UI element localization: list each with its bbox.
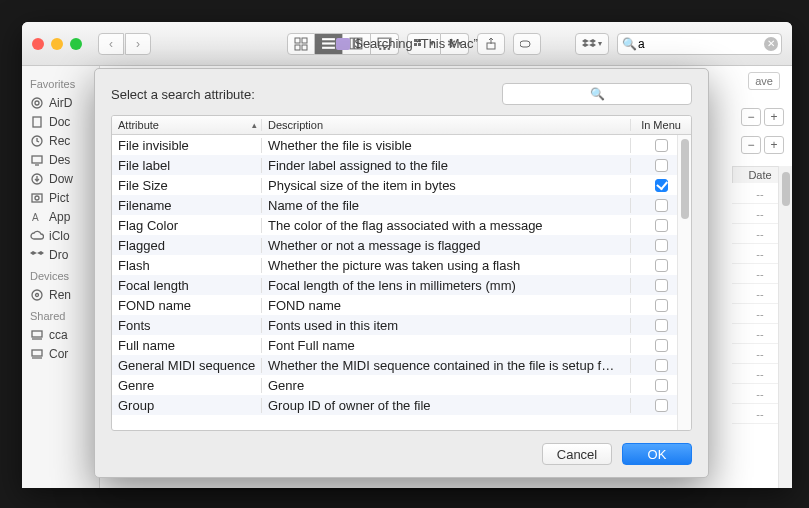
svg-text:A: A [32, 212, 39, 223]
attribute-name: File Size [112, 178, 262, 193]
attribute-row[interactable]: Flag ColorThe color of the flag associat… [112, 215, 691, 235]
sidebar-item-label: cca [49, 328, 68, 342]
forward-button[interactable]: › [125, 33, 151, 55]
attribute-row[interactable]: File invisibleWhether the file is visibl… [112, 135, 691, 155]
attribute-row[interactable]: File labelFinder label assigned to the f… [112, 155, 691, 175]
gear-icon: ✻ [447, 37, 456, 50]
toolbar-search-input[interactable] [617, 33, 782, 55]
scrollbar-thumb[interactable] [782, 172, 790, 206]
icon-view-button[interactable] [287, 33, 315, 55]
in-menu-checkbox[interactable] [655, 179, 668, 192]
attribute-description: Whether the MIDI sequence contained in t… [262, 358, 631, 373]
svg-rect-10 [378, 38, 391, 46]
in-menu-checkbox[interactable] [655, 379, 668, 392]
attribute-row[interactable]: Full nameFont Full name [112, 335, 691, 355]
in-menu-checkbox[interactable] [655, 259, 668, 272]
attribute-description: Whether the picture was taken using a fl… [262, 258, 631, 273]
sidebar-item[interactable]: Dro [30, 245, 99, 264]
in-menu-checkbox[interactable] [655, 139, 668, 152]
clear-search-button[interactable]: ✕ [764, 37, 778, 51]
in-menu-checkbox[interactable] [655, 339, 668, 352]
in-menu-column-header[interactable]: In Menu [631, 119, 691, 131]
attribute-name: File invisible [112, 138, 262, 153]
in-menu-checkbox[interactable] [655, 319, 668, 332]
sidebar-item[interactable]: Pict [30, 188, 99, 207]
recent-icon [30, 134, 44, 148]
row-remove-button[interactable]: − [741, 108, 761, 126]
sidebar-item[interactable]: Des [30, 150, 99, 169]
dropbox-icon [582, 37, 596, 51]
in-menu-checkbox[interactable] [655, 239, 668, 252]
dropbox-button[interactable]: ▾ [575, 33, 609, 55]
in-menu-checkbox[interactable] [655, 279, 668, 292]
sidebar-item[interactable]: Doc [30, 112, 99, 131]
sidebar-item[interactable]: Dow [30, 169, 99, 188]
sidebar-item[interactable]: Rec [30, 131, 99, 150]
share-button[interactable] [477, 33, 505, 55]
sidebar-item[interactable]: Cor [30, 344, 99, 363]
dialog-search: 🔍 [502, 83, 692, 105]
zoom-window-button[interactable] [70, 38, 82, 50]
sidebar-item[interactable]: Ren [30, 285, 99, 304]
ok-button[interactable]: OK [622, 443, 692, 465]
attribute-name: Full name [112, 338, 262, 353]
arrange-group: ▾ ✻▾ [407, 33, 469, 55]
attribute-row[interactable]: GroupGroup ID of owner of the file [112, 395, 691, 415]
main-scrollbar[interactable] [778, 166, 792, 488]
description-column-header[interactable]: Description [262, 119, 631, 131]
sidebar-item[interactable]: AirD [30, 93, 99, 112]
attribute-description: The color of the flag associated with a … [262, 218, 631, 233]
attribute-row[interactable]: FontsFonts used in this item [112, 315, 691, 335]
doc-icon [30, 115, 44, 129]
attribute-scrollbar[interactable] [677, 135, 691, 430]
close-window-button[interactable] [32, 38, 44, 50]
attribute-name: General MIDI sequence [112, 358, 262, 373]
attribute-name: Genre [112, 378, 262, 393]
svg-rect-17 [418, 43, 421, 46]
arrange-button[interactable]: ▾ [407, 33, 441, 55]
attribute-row[interactable]: Focal lengthFocal length of the lens in … [112, 275, 691, 295]
sidebar-item[interactable]: AApp [30, 207, 99, 226]
in-menu-checkbox[interactable] [655, 159, 668, 172]
svg-rect-1 [302, 38, 307, 43]
attribute-row[interactable]: GenreGenre [112, 375, 691, 395]
cancel-button[interactable]: Cancel [542, 443, 612, 465]
attribute-row[interactable]: FilenameName of the file [112, 195, 691, 215]
row-add-button[interactable]: + [764, 136, 784, 154]
in-menu-checkbox[interactable] [655, 399, 668, 412]
list-view-button[interactable] [315, 33, 343, 55]
in-menu-checkbox[interactable] [655, 359, 668, 372]
attribute-row[interactable]: FlaggedWhether or not a message is flagg… [112, 235, 691, 255]
gallery-view-button[interactable] [371, 33, 399, 55]
row-add-button[interactable]: + [764, 108, 784, 126]
svg-point-37 [32, 290, 42, 300]
column-view-button[interactable] [343, 33, 371, 55]
sidebar-shared-header: Shared [30, 310, 99, 322]
minimize-window-button[interactable] [51, 38, 63, 50]
attribute-row[interactable]: FlashWhether the picture was taken using… [112, 255, 691, 275]
sidebar-item[interactable]: iClo [30, 226, 99, 245]
attribute-description: Name of the file [262, 198, 631, 213]
attribute-description: Finder label assigned to the file [262, 158, 631, 173]
attribute-column-header[interactable]: Attribute▴ [112, 119, 262, 131]
attribute-description: Physical size of the item in bytes [262, 178, 631, 193]
svg-marker-35 [30, 251, 37, 255]
sidebar-item[interactable]: cca [30, 325, 99, 344]
in-menu-checkbox[interactable] [655, 219, 668, 232]
tags-button[interactable] [513, 33, 541, 55]
scrollbar-thumb[interactable] [681, 139, 689, 219]
attribute-table: Attribute▴ Description In Menu File invi… [111, 115, 692, 431]
attribute-row[interactable]: File SizePhysical size of the item in by… [112, 175, 691, 195]
attribute-row[interactable]: FOND nameFOND name [112, 295, 691, 315]
svg-marker-24 [589, 43, 596, 47]
dialog-search-input[interactable] [502, 83, 692, 105]
attribute-row[interactable]: General MIDI sequenceWhether the MIDI se… [112, 355, 691, 375]
in-menu-checkbox[interactable] [655, 199, 668, 212]
svg-rect-11 [379, 48, 381, 50]
in-menu-checkbox[interactable] [655, 299, 668, 312]
row-remove-button[interactable]: − [741, 136, 761, 154]
back-button[interactable]: ‹ [98, 33, 124, 55]
svg-point-26 [35, 101, 39, 105]
action-button[interactable]: ✻▾ [441, 33, 469, 55]
save-button-stub[interactable]: ave [748, 72, 780, 90]
